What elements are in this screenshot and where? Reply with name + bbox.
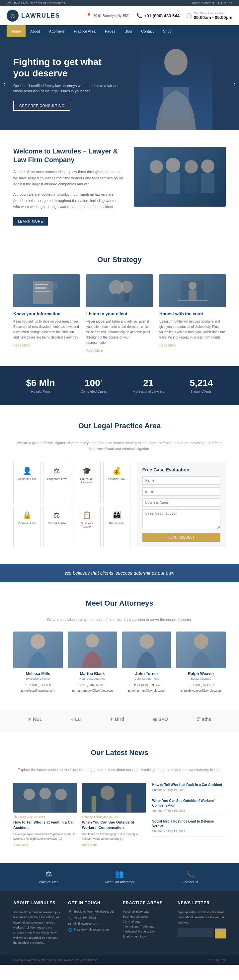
practice-card-criminal[interactable]: 🔒 Criminal Law (13, 506, 41, 547)
news-card-title-1[interactable]: How to Tell Who is at Fault in a Car Acc… (13, 820, 77, 830)
partner-rel[interactable]: ✕ REL (28, 717, 42, 722)
hero-prev-arrow[interactable]: ‹ (3, 80, 6, 88)
nav-practice-area[interactable]: Practice Area (70, 25, 100, 37)
melissa-role: Executive Director (13, 677, 63, 680)
twitter-icon[interactable]: t (221, 1, 222, 5)
news-text-2: Capitalize on low hanging fruit to ident… (82, 832, 146, 841)
criminal-law-icon: 🔒 (16, 511, 38, 520)
melissa-contact: T: +1 (800) 147 856 E: melissa@lawrules.… (13, 682, 63, 693)
nav-attorneys[interactable]: Attorneys (44, 25, 69, 37)
attorney-john: John Turner Defense Attorneys T: +1 (800… (122, 632, 172, 693)
contact-phone[interactable]: 📞 +01 (800) 433 544 (136, 13, 180, 18)
eval-name-input[interactable] (142, 476, 220, 485)
footer-facebook-icon[interactable]: f (209, 958, 210, 962)
practice-card-sexual[interactable]: ⚖ Sexual Abuse (43, 506, 70, 547)
logo[interactable]: ⚖ LAWRULES (6, 10, 60, 22)
news-card-1: Thursday, July 19, 2019 How to Tell Who … (13, 783, 77, 846)
svg-point-14 (48, 281, 58, 291)
svg-point-27 (24, 789, 35, 800)
practice-main: 👤 Accident Law ⚖ Corporate Law 🎓 Educati… (13, 462, 226, 547)
practice-card-family[interactable]: 👨‍👩‍👧 Family Law (103, 506, 130, 547)
linkedin-icon[interactable]: in (224, 1, 227, 5)
footer-website[interactable]: 🌐 https://lawrulespopuri.com (68, 928, 116, 932)
footer-link-employment[interactable]: Employment Law (123, 935, 171, 938)
nav-home[interactable]: Home (6, 25, 25, 37)
news-svg-1 (13, 783, 77, 813)
hero-cta-button[interactable]: GET FREE CONSULTING (13, 101, 70, 111)
strategy-grid: Know your information Keep yourself up t… (13, 274, 226, 353)
footer-link-intellectual[interactable]: Intellectual Property Law (123, 930, 171, 933)
nav-contact[interactable]: Contact (136, 25, 158, 37)
john-phone: T: +1 (800) 529 654 (122, 682, 172, 688)
practice-card-business[interactable]: 📋 Business Taxation (73, 506, 100, 547)
news-sidebar: How to Tell Who Is at Fault in a Car Acc… (152, 783, 226, 846)
svg-rect-36 (92, 796, 96, 812)
practice-card-education[interactable]: 🎓 Education Lawsuits (73, 462, 100, 503)
region-selector[interactable]: United States ▼ (191, 1, 215, 5)
attorneys-section: Meet Our Attorneys We are a collaborativ… (0, 582, 239, 710)
news-read-more-2[interactable]: Read More (82, 843, 146, 846)
partner-athe[interactable]: ℱ athe (197, 717, 211, 722)
logo-text: LAWRULES (21, 12, 60, 19)
sidebar-news-title-1[interactable]: How to Tell Who Is at Fault in a Car Acc… (152, 783, 226, 788)
partner-bird[interactable]: ✈ Bird (109, 717, 124, 722)
footer-linkedin-icon[interactable]: in (216, 958, 219, 962)
google-plus-icon[interactable]: g+ (229, 1, 233, 5)
sidebar-news-title-3[interactable]: Social Media Postings Lead to Defense Ve… (152, 819, 226, 829)
strategy-read-more-3[interactable]: Read More (159, 344, 176, 347)
eval-email-input[interactable] (142, 487, 220, 496)
footer-attorneys[interactable]: 👥 Meet Our Attorneys (84, 870, 155, 884)
partner-spo[interactable]: ◉ SPO (153, 717, 168, 722)
practice-card-accident[interactable]: 👤 Accident Law (13, 462, 41, 503)
contact-address: 📍 70 91 Brooklyn, Ny 8521 (86, 13, 130, 18)
welcome-section: Welcome to Lawrules – Lawyer & Law Firm … (0, 130, 239, 242)
news-card-title-2[interactable]: When You Can Sue Outside of Workers' Com… (82, 820, 146, 830)
sidebar-news-date-2: Summary / July 19, 2019 (152, 809, 226, 812)
hero-next-arrow[interactable]: › (233, 80, 236, 88)
nav-pages[interactable]: Pages (100, 25, 120, 37)
practice-grid: 👤 Accident Law ⚖ Corporate Law 🎓 Educati… (13, 462, 130, 547)
footer-link-business[interactable]: Business Litigation (123, 915, 171, 918)
practice-card-finance[interactable]: 💰 Finance Law (103, 462, 130, 503)
newsletter-email-input[interactable] (177, 929, 214, 937)
eval-submit-button[interactable]: Send Request (142, 533, 220, 542)
svg-rect-1 (163, 87, 189, 120)
strategy-read-more-1[interactable]: Read More (13, 344, 30, 347)
welcome-team-svg (136, 147, 223, 207)
footer-address-text: Brooklyn Form, AP 10056, US (74, 910, 114, 913)
footer-link-criminal[interactable]: Criminal Law (123, 920, 171, 923)
nav-shop[interactable]: Shop (158, 25, 176, 37)
strategy-read-more-2[interactable]: Read More (86, 349, 103, 352)
footer-link-personal[interactable]: Personal Injury Law (123, 910, 171, 913)
eval-business-input[interactable] (142, 498, 220, 507)
svg-point-6 (185, 160, 198, 173)
svg-rect-32 (55, 800, 67, 812)
eval-description-input[interactable] (142, 509, 220, 529)
footer-email[interactable]: ✉ info@lawrules.com (68, 922, 116, 926)
strategy-item-3: Honest with the court Being untruthful w… (159, 274, 226, 353)
learn-more-button[interactable]: LEARN MORE (13, 217, 48, 226)
facebook-icon[interactable]: f (218, 1, 219, 5)
svg-point-22 (30, 634, 45, 649)
sidebar-news-1: How to Tell Who Is at Fault in a Car Acc… (152, 783, 226, 795)
svg-point-20 (188, 282, 196, 290)
footer-about-title: About Lawrules (13, 900, 62, 905)
ralph-role: Estate Attorney (176, 677, 226, 680)
practice-card-corporate[interactable]: ⚖ Corporate Law (43, 462, 70, 503)
contact-label: Contact us (155, 880, 226, 884)
nav-about[interactable]: About (25, 25, 44, 37)
practice-subtitle: We are a group of civil litigators that … (13, 440, 226, 452)
footer-twitter-icon[interactable]: t (212, 958, 214, 962)
partner-lu[interactable]: ○ Lu (71, 717, 81, 722)
top-bar-experience: We Have Over 20 Years of Experiences (6, 1, 65, 5)
footer-google-icon[interactable]: g+ (222, 958, 226, 962)
newsletter-submit-button[interactable]: → (215, 929, 226, 939)
news-read-more-1[interactable]: Read More (13, 843, 77, 846)
footer-link-trade[interactable]: International Trade Law (123, 925, 171, 928)
footer-contact[interactable]: 📞 Contact us (155, 870, 226, 884)
nav-blog[interactable]: Blog (120, 25, 136, 37)
footer-practice-area[interactable]: ⚖ Practice Area (13, 870, 84, 884)
attorneys-grid: Melissa Mills Executive Director T: +1 (… (13, 632, 226, 693)
sidebar-news-title-2[interactable]: When You Can Sue Outside of Workers' Com… (152, 799, 226, 808)
footer-phone[interactable]: 📞 +1 16-564-95-11 (68, 916, 116, 920)
